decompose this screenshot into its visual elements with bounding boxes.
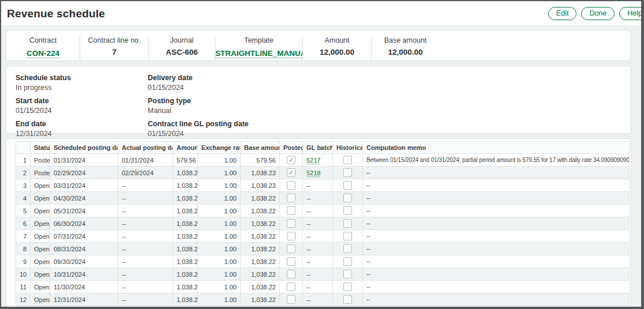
table-row: 2Posted02/29/202402/29/20241,038.231.001… bbox=[16, 167, 630, 179]
posted-checkbox[interactable]: ✓ bbox=[287, 156, 295, 164]
cell-actual-posting-date: -- bbox=[118, 293, 173, 306]
cell-status: Open bbox=[31, 293, 50, 306]
cell-exchange-rate: 1.00 bbox=[198, 205, 241, 217]
posted-checkbox[interactable] bbox=[287, 295, 295, 304]
table-row: 8Open08/31/2024--1,038.221.001,038.22---… bbox=[16, 243, 630, 255]
cell-computation-memo: -- bbox=[363, 167, 630, 179]
cell-row-number: 6 bbox=[16, 217, 31, 230]
historical-checkbox[interactable] bbox=[343, 194, 352, 202]
cell-base-amount: 1,038.22 bbox=[241, 217, 280, 230]
page-title: Revenue schedule bbox=[7, 7, 105, 20]
cell-row-number: 1 bbox=[16, 154, 31, 167]
summary-field-journal: Journal ASC-606 bbox=[149, 36, 215, 61]
gl-batch-link[interactable]: 5217 bbox=[306, 157, 320, 164]
posted-checkbox[interactable] bbox=[287, 282, 295, 291]
cell-row-number: 5 bbox=[16, 205, 31, 217]
cell-status: Open bbox=[31, 268, 50, 281]
cell-row-number: 3 bbox=[16, 179, 31, 192]
cell-row-number: 12 bbox=[16, 293, 31, 306]
cell-row-number: 7 bbox=[16, 230, 31, 243]
table-row: 10Open10/31/2024--1,038.221.001,038.22--… bbox=[16, 268, 630, 281]
cell-gl-batch: -- bbox=[303, 205, 333, 217]
cell-historical bbox=[333, 281, 363, 293]
historical-checkbox[interactable] bbox=[343, 257, 352, 266]
cell-historical bbox=[333, 167, 363, 179]
done-button[interactable]: Done bbox=[581, 7, 615, 20]
cell-historical bbox=[333, 268, 363, 281]
cell-actual-posting-date: -- bbox=[118, 217, 173, 230]
col-header-gl-batch: GL batch bbox=[303, 142, 333, 154]
table-row: 3Open03/31/2024--1,038.231.001,038.23---… bbox=[16, 179, 630, 192]
col-header-base-amount: Base amount bbox=[241, 142, 280, 154]
posted-checkbox[interactable] bbox=[287, 181, 295, 190]
cell-scheduled-posting-date: 03/31/2024 bbox=[50, 179, 118, 192]
cell-gl-batch: -- bbox=[303, 243, 333, 255]
gl-batch-link[interactable]: 5218 bbox=[306, 169, 320, 177]
help-button[interactable]: Help bbox=[619, 7, 641, 20]
table-row: 12Open12/31/2024--1,038.221.001,038.22--… bbox=[16, 293, 630, 306]
posted-checkbox[interactable] bbox=[287, 219, 295, 228]
cell-scheduled-posting-date: 04/30/2024 bbox=[50, 192, 118, 205]
historical-checkbox[interactable] bbox=[343, 232, 352, 240]
field-label: Amount bbox=[303, 36, 371, 44]
posted-checkbox[interactable] bbox=[287, 257, 295, 266]
total-amount: 12,000.00 bbox=[173, 306, 198, 307]
historical-checkbox[interactable] bbox=[343, 168, 352, 177]
field-label: Contract bbox=[6, 36, 80, 44]
template-link[interactable]: STRAIGHTLINE_MANUA bbox=[215, 49, 303, 58]
cell-historical bbox=[333, 293, 363, 306]
cell-amount: 1,038.23 bbox=[173, 167, 198, 179]
historical-checkbox[interactable] bbox=[343, 156, 352, 164]
total-label: Total bbox=[16, 306, 50, 307]
posted-checkbox[interactable]: ✓ bbox=[287, 168, 295, 177]
posted-checkbox[interactable] bbox=[287, 270, 295, 278]
cell-amount: 1,038.22 bbox=[173, 255, 198, 268]
cell-base-amount: 1,038.22 bbox=[241, 230, 280, 243]
historical-checkbox[interactable] bbox=[343, 181, 352, 190]
cell-status: Open bbox=[31, 192, 50, 205]
posted-checkbox[interactable] bbox=[287, 194, 295, 202]
field-value: ASC-606 bbox=[149, 48, 215, 56]
col-header-amount: Amount bbox=[173, 142, 198, 154]
edit-button[interactable]: Edit bbox=[548, 7, 577, 20]
col-header-posted: Posted bbox=[280, 142, 303, 154]
cell-exchange-rate: 1.00 bbox=[198, 154, 241, 167]
cell-actual-posting-date: -- bbox=[118, 230, 173, 243]
content-area: Contract CON-224 Contract line no. 7 Jou… bbox=[1, 25, 641, 307]
field-label: Contract line no. bbox=[80, 36, 148, 44]
historical-checkbox[interactable] bbox=[343, 270, 352, 278]
cell-row-number: 9 bbox=[16, 255, 31, 268]
status-value: In progress bbox=[16, 84, 148, 92]
cell-gl-batch: -- bbox=[303, 293, 333, 306]
cell-computation-memo: -- bbox=[363, 255, 630, 268]
cell-gl-batch: -- bbox=[303, 281, 333, 293]
historical-checkbox[interactable] bbox=[343, 244, 352, 253]
contract-link[interactable]: CON-224 bbox=[27, 49, 59, 58]
historical-checkbox[interactable] bbox=[343, 282, 352, 291]
table-row: 5Open05/31/2024--1,038.221.001,038.22---… bbox=[16, 205, 630, 217]
posted-checkbox[interactable] bbox=[287, 244, 295, 253]
col-header-exchange-rate: Exchange rate bbox=[198, 142, 241, 154]
cell-base-amount: 1,038.22 bbox=[241, 243, 280, 255]
historical-checkbox[interactable] bbox=[343, 206, 352, 215]
posted-checkbox[interactable] bbox=[287, 206, 295, 215]
summary-field-base-amount: Base amount 12,000.00 bbox=[372, 36, 439, 61]
table-row: 6Open06/30/2024--1,038.221.001,038.22---… bbox=[16, 217, 630, 230]
cell-actual-posting-date: -- bbox=[118, 243, 173, 255]
cell-row-number: 8 bbox=[16, 243, 31, 255]
table-row: 11Open11/30/2024--1,038.221.001,038.22--… bbox=[16, 281, 630, 293]
summary-bar: Contract CON-224 Contract line no. 7 Jou… bbox=[6, 30, 631, 61]
historical-checkbox[interactable] bbox=[343, 295, 352, 304]
table-row: 9Open09/30/2024--1,038.221.001,038.22---… bbox=[16, 255, 630, 268]
cell-scheduled-posting-date: 11/30/2024 bbox=[50, 281, 118, 293]
posted-checkbox[interactable] bbox=[287, 232, 295, 240]
cell-amount: 1,038.22 bbox=[173, 205, 198, 217]
cell-scheduled-posting-date: 07/31/2024 bbox=[50, 230, 118, 243]
cell-computation-memo: -- bbox=[363, 268, 630, 281]
cell-status: Open bbox=[31, 205, 50, 217]
cell-computation-memo: Between 01/15/2024 and 01/31/2024, parti… bbox=[363, 154, 630, 167]
details-left-column: Schedule status In progress Start date 0… bbox=[16, 74, 148, 133]
cell-base-amount: 1,038.23 bbox=[241, 179, 280, 192]
field-value: 12,000.00 bbox=[372, 48, 439, 56]
historical-checkbox[interactable] bbox=[343, 219, 352, 228]
